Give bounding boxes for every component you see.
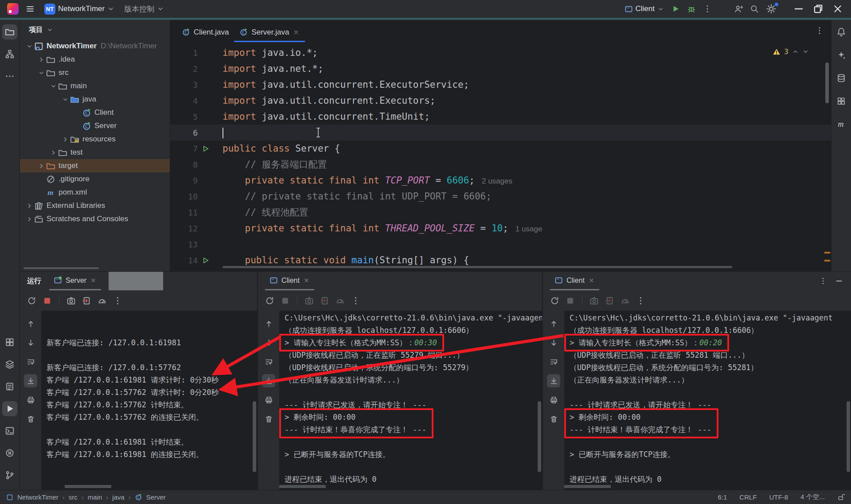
file-encoding[interactable]: UTF-8 [769, 493, 788, 501]
code-line[interactable]: 3import java.util.concurrent.ExecutorSer… [170, 77, 831, 93]
breadcrumb-item[interactable]: NetworkTimer [17, 493, 59, 501]
scroll-to-end-icon[interactable] [547, 374, 560, 387]
chevron-right-icon[interactable] [24, 214, 34, 224]
code-line[interactable]: 9 private static final int TCP_PORT = 66… [170, 172, 831, 188]
code-line[interactable]: 2import java.net.*; [170, 61, 831, 77]
editor-hscrollbar[interactable] [223, 266, 732, 268]
line-separator[interactable]: CRLF [739, 493, 757, 501]
console-vscrollbar[interactable] [847, 401, 850, 472]
console-output[interactable]: C:\Users\Hc\.jdks\corretto-21.0.6\bin\ja… [279, 311, 542, 490]
more-button[interactable] [636, 296, 645, 305]
rerun-button[interactable] [27, 296, 36, 305]
vcs-widget[interactable]: 版本控制 [121, 2, 167, 16]
code-line[interactable]: 8 // 服务器端口配置 [170, 156, 831, 172]
soft-wrap-icon[interactable] [262, 355, 275, 368]
git-icon[interactable] [2, 468, 17, 483]
more-options-icon[interactable] [819, 277, 827, 285]
more-button[interactable] [351, 296, 360, 305]
chevron-right-icon[interactable] [60, 134, 70, 144]
close-button[interactable] [829, 3, 847, 15]
scroll-to-end-icon[interactable] [24, 374, 37, 387]
camera-button[interactable] [589, 296, 599, 305]
scroll-up-icon[interactable] [547, 317, 560, 330]
notifications-icon[interactable] [834, 24, 849, 39]
chevron-down-icon[interactable] [48, 81, 58, 91]
code-line[interactable]: 13 [170, 236, 831, 252]
close-icon[interactable] [293, 29, 300, 36]
ai-assistant-icon[interactable] [834, 47, 849, 63]
print-icon[interactable] [547, 393, 560, 406]
console-output[interactable]: C:\Users\Hc\.jdks\corretto-21.0.6\bin\ja… [564, 311, 851, 490]
chevron-right-icon[interactable] [24, 201, 34, 211]
tab-options-icon[interactable] [815, 26, 824, 35]
camera-button[interactable] [304, 296, 314, 305]
breadcrumb-item[interactable]: Server [146, 493, 166, 501]
scroll-up-icon[interactable] [24, 317, 37, 330]
code-line[interactable]: 4import java.util.concurrent.Executors; [170, 93, 831, 109]
code-line[interactable]: 7public class Server { [170, 141, 831, 156]
chevron-down-icon[interactable] [60, 94, 70, 104]
editor-vscrollbar[interactable] [825, 63, 829, 103]
soft-wrap-icon[interactable] [547, 355, 560, 368]
settings-button[interactable] [763, 2, 779, 16]
breadcrumb-item[interactable]: main [88, 493, 102, 501]
more-tools-icon[interactable] [2, 69, 17, 84]
code-area[interactable]: 1import java.io.*;2import java.net.*;3im… [170, 42, 831, 271]
import-button[interactable] [82, 296, 91, 305]
tree-item-scratches-and-consoles[interactable]: Scratches and Consoles [20, 212, 170, 226]
project-tree-hscrollbar[interactable] [23, 267, 99, 269]
scroll-up-icon[interactable] [262, 317, 275, 330]
project-widget[interactable]: NT NetworkTimer [42, 2, 117, 16]
debug-button[interactable] [684, 4, 699, 14]
usages-inlay-hint[interactable]: 2 usages [482, 177, 512, 185]
plugin-icon[interactable] [834, 94, 849, 109]
add-user-icon[interactable] [731, 4, 746, 14]
scroll-down-icon[interactable] [547, 336, 560, 349]
import-button[interactable] [605, 296, 614, 305]
tree-item-java[interactable]: java [20, 93, 170, 106]
run-button[interactable] [668, 4, 683, 14]
unlock-icon[interactable] [837, 493, 845, 501]
soft-wrap-icon[interactable] [24, 355, 37, 368]
close-icon[interactable] [303, 277, 310, 284]
run-config-selector[interactable]: Client [622, 2, 667, 16]
code-line[interactable]: 10 // private static final int UDP_PORT … [170, 188, 831, 204]
more-button[interactable] [113, 296, 122, 305]
inspections-widget[interactable]: 3 [773, 47, 809, 56]
code-line[interactable]: 12 private static final int THREAD_POOL_… [170, 220, 831, 236]
tree-item-networktimer[interactable]: NetworkTimerD:\NetworkTimer [20, 39, 170, 53]
scroll-down-icon[interactable] [262, 336, 275, 349]
breadcrumb-item[interactable]: src [69, 493, 78, 501]
chevron-right-icon[interactable] [36, 55, 46, 64]
scroll-down-icon[interactable] [24, 336, 37, 349]
clear-icon[interactable] [547, 412, 560, 426]
gauge-button[interactable] [621, 296, 630, 305]
stop-button[interactable] [43, 296, 52, 305]
camera-button[interactable] [66, 296, 76, 305]
tab-server-java[interactable]: CServer.java [234, 23, 305, 42]
chevron-down-icon[interactable] [24, 41, 34, 51]
hide-panel-icon[interactable] [835, 277, 843, 285]
tree-item-external-libraries[interactable]: External Libraries [20, 199, 170, 212]
code-line[interactable]: 5import java.util.concurrent.TimeUnit; [170, 109, 831, 125]
gauge-button[interactable] [98, 296, 107, 305]
more-actions-icon[interactable] [700, 4, 714, 14]
rerun-button[interactable] [550, 296, 559, 305]
search-icon[interactable] [747, 4, 761, 14]
todo-icon[interactable] [2, 379, 17, 394]
tab-client[interactable]: Client [550, 272, 599, 290]
problems-icon[interactable] [2, 445, 17, 461]
code-line[interactable]: 1import java.io.*; [170, 45, 831, 61]
stop-button[interactable] [281, 296, 290, 305]
tree-item--idea[interactable]: .idea [20, 53, 170, 66]
console-hscrollbar[interactable] [65, 485, 111, 488]
tree-item-src[interactable]: src [20, 66, 170, 79]
chevron-up-icon[interactable] [792, 48, 799, 55]
console-hscrollbar[interactable] [279, 485, 326, 488]
project-folder-icon[interactable] [2, 24, 17, 39]
rerun-button[interactable] [265, 296, 274, 305]
tab-server[interactable]: Server [49, 272, 101, 290]
usages-inlay-hint[interactable]: 1 usage [515, 225, 543, 233]
import-button[interactable] [320, 296, 329, 305]
chevron-right-icon[interactable] [48, 148, 58, 157]
